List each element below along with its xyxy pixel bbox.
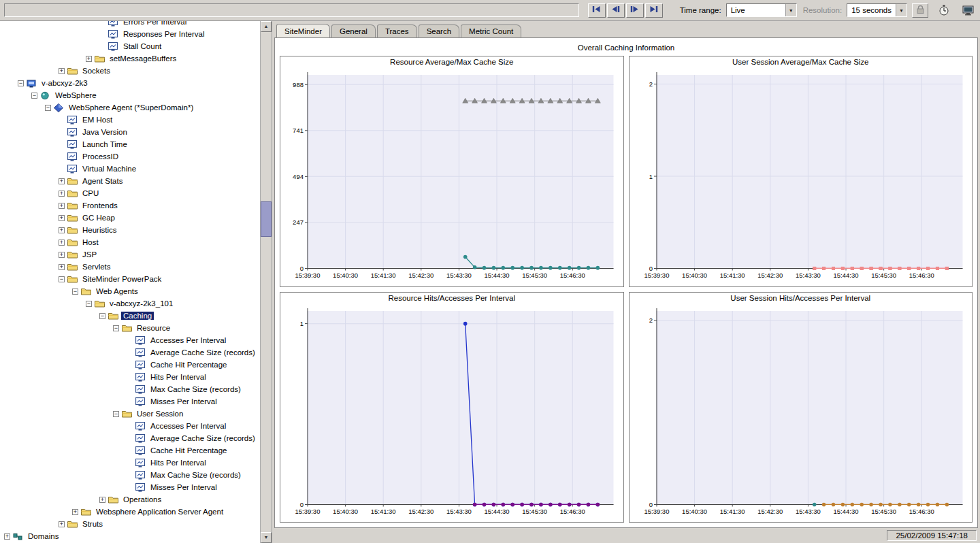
tree-item-max-cache-size-records[interactable]: Max Cache Size (records) <box>1 469 260 481</box>
application-window: Time range: Live ▼ Resolution: 15 second… <box>0 0 980 543</box>
tree-collapse-icon[interactable]: − <box>72 289 78 295</box>
tree-item-accesses-per-interval[interactable]: Accesses Per Interval <box>1 334 260 346</box>
tree-item-errors-per-interval[interactable]: Errors Per Interval <box>1 21 260 28</box>
tree-item-user-session[interactable]: −User Session <box>1 408 260 420</box>
tree-item-cpu[interactable]: +CPU <box>1 187 260 199</box>
tree-collapse-icon[interactable]: − <box>99 313 105 319</box>
nav-first-button[interactable] <box>588 3 606 18</box>
tree-expand-icon[interactable]: + <box>59 215 65 221</box>
tree-item-average-cache-size-records[interactable]: Average Cache Size (records) <box>1 346 260 359</box>
tree-expand-icon[interactable]: + <box>59 240 65 246</box>
tree-item-virtual-machine[interactable]: Virtual Machine <box>1 163 260 175</box>
tree-collapse-icon[interactable]: − <box>113 325 119 331</box>
console-icon[interactable] <box>960 3 976 18</box>
tree-item-domains[interactable]: +Domains <box>1 530 260 542</box>
tree-expand-icon[interactable]: + <box>59 178 65 184</box>
scrollbar-up-arrow-icon[interactable]: ▲ <box>261 21 272 32</box>
nav-next-button[interactable] <box>626 3 644 18</box>
tree-item-websphere-agent-superdomain[interactable]: −WebSphere Agent (*SuperDomain*) <box>1 101 260 114</box>
svg-text:15:41:30: 15:41:30 <box>719 272 745 279</box>
tree-item-setmessagebuffers[interactable]: +setMessageBuffers <box>1 52 260 65</box>
tree-item-max-cache-size-records[interactable]: Max Cache Size (records) <box>1 383 260 395</box>
tree-item-host[interactable]: +Host <box>1 236 260 248</box>
tree-item-misses-per-interval[interactable]: Misses Per Interval <box>1 395 260 408</box>
tab-metric-count[interactable]: Metric Count <box>461 24 521 37</box>
tree-item-websphere[interactable]: −WebSphere <box>1 89 260 101</box>
tree-item-hits-per-interval[interactable]: Hits Per Interval <box>1 371 260 383</box>
tab-traces[interactable]: Traces <box>377 24 417 37</box>
tree-item-cache-hit-percentage[interactable]: Cache Hit Percentage <box>1 359 260 371</box>
tree-expand-icon[interactable]: + <box>59 264 65 270</box>
tree-expand-icon[interactable]: + <box>59 521 65 527</box>
tree-item-stall-count[interactable]: Stall Count <box>1 40 260 52</box>
tree-item-agent-stats[interactable]: +Agent Stats <box>1 175 260 187</box>
stopwatch-icon[interactable] <box>936 3 952 18</box>
tree-expand-icon[interactable]: + <box>72 509 78 515</box>
tree-item-websphere-application-server-agent[interactable]: +Websphere Application Server Agent <box>1 506 260 518</box>
tree-item-hits-per-interval[interactable]: Hits Per Interval <box>1 457 260 469</box>
resolution-label: Resolution: <box>803 6 843 14</box>
tree-item-jsp[interactable]: +JSP <box>1 248 260 261</box>
metric-icon <box>67 164 78 174</box>
toolbar-spacer <box>4 3 579 17</box>
tree-item-heuristics[interactable]: +Heuristics <box>1 224 260 236</box>
tree-item-v-abcxyz-2k3[interactable]: −v-abcxyz-2k3 <box>1 77 260 89</box>
scrollbar-down-arrow-icon[interactable]: ▼ <box>261 532 272 543</box>
tree-collapse-icon[interactable]: − <box>18 80 24 86</box>
toolbar: Time range: Live ▼ Resolution: 15 second… <box>0 0 980 21</box>
chart-canvas: 15:39:3015:40:3015:41:3015:42:3015:43:30… <box>630 303 973 523</box>
tree-collapse-icon[interactable]: − <box>31 93 37 99</box>
tree-item-cache-hit-percentage[interactable]: Cache Hit Percentage <box>1 444 260 457</box>
tree-expand-icon[interactable]: + <box>59 203 65 209</box>
tree-collapse-icon[interactable]: − <box>59 276 65 282</box>
tree-vertical-scrollbar[interactable]: ▲ ▼ <box>260 21 272 543</box>
tree-item-web-agents[interactable]: −Web Agents <box>1 285 260 297</box>
svg-text:247: 247 <box>293 218 304 226</box>
tree-item-em-host[interactable]: EM Host <box>1 114 260 126</box>
tree-item-label: Hits Per Interval <box>148 373 208 381</box>
tab-siteminder[interactable]: SiteMinder <box>276 24 330 37</box>
tree-item-java-version[interactable]: Java Version <box>1 126 260 138</box>
tab-search[interactable]: Search <box>419 24 459 37</box>
scrollbar-thumb[interactable] <box>261 201 272 237</box>
tree-item-misses-per-interval[interactable]: Misses Per Interval <box>1 481 260 493</box>
tree-expand-icon[interactable]: + <box>59 252 65 258</box>
tree-item-v-abcxyz-2k3-101[interactable]: −v-abcxyz-2k3_101 <box>1 297 260 310</box>
status-bar: 25/02/2009 15:47:18 <box>272 528 980 543</box>
svg-text:15:44:30: 15:44:30 <box>485 272 510 279</box>
tree-collapse-icon[interactable]: − <box>113 411 119 417</box>
tree-item-struts[interactable]: +Struts <box>1 518 260 530</box>
tree-expand-icon[interactable]: + <box>4 533 10 540</box>
tree-item-frontends[interactable]: +Frontends <box>1 199 260 212</box>
tree-item-responses-per-interval[interactable]: Responses Per Interval <box>1 28 260 40</box>
viewer-tabs: SiteMinderGeneralTracesSearchMetric Coun… <box>272 21 980 37</box>
tree-expand-icon[interactable]: + <box>99 497 105 503</box>
tree-item-accesses-per-interval[interactable]: Accesses Per Interval <box>1 420 260 432</box>
tree-item-sockets[interactable]: +Sockets <box>1 65 260 77</box>
tree-collapse-icon[interactable]: − <box>86 301 92 307</box>
tree-collapse-icon[interactable]: − <box>45 105 51 111</box>
tree-item-servlets[interactable]: +Servlets <box>1 261 260 273</box>
tree-expand-icon[interactable]: + <box>59 68 65 74</box>
lock-button[interactable] <box>912 3 928 18</box>
tree-expand-icon[interactable]: + <box>59 227 65 233</box>
tree-item-caching[interactable]: −Caching <box>1 310 260 322</box>
resolution-select[interactable]: 15 seconds ▼ <box>847 3 907 17</box>
nav-last-button[interactable] <box>645 3 663 18</box>
svg-text:15:43:30: 15:43:30 <box>446 508 472 515</box>
tab-general[interactable]: General <box>331 24 376 37</box>
tree-expand-icon[interactable]: + <box>86 56 92 62</box>
time-range-select[interactable]: Live ▼ <box>726 3 797 17</box>
tree-item-launch-time[interactable]: Launch Time <box>1 138 260 150</box>
tree-expand-icon[interactable]: + <box>59 191 65 197</box>
chevron-down-icon[interactable]: ▼ <box>896 4 906 16</box>
chevron-down-icon[interactable]: ▼ <box>785 4 796 16</box>
tree-item-average-cache-size-records[interactable]: Average Cache Size (records) <box>1 432 260 444</box>
tree-item-resource[interactable]: −Resource <box>1 322 260 334</box>
tree-item-siteminder-powerpack[interactable]: −SiteMinder PowerPack <box>1 273 260 285</box>
tree-item-operations[interactable]: +Operations <box>1 493 260 506</box>
svg-text:15:44:30: 15:44:30 <box>833 508 858 515</box>
tree-item-processid[interactable]: ProcessID <box>1 150 260 163</box>
tree-item-gc-heap[interactable]: +GC Heap <box>1 212 260 224</box>
nav-previous-button[interactable] <box>607 3 625 18</box>
